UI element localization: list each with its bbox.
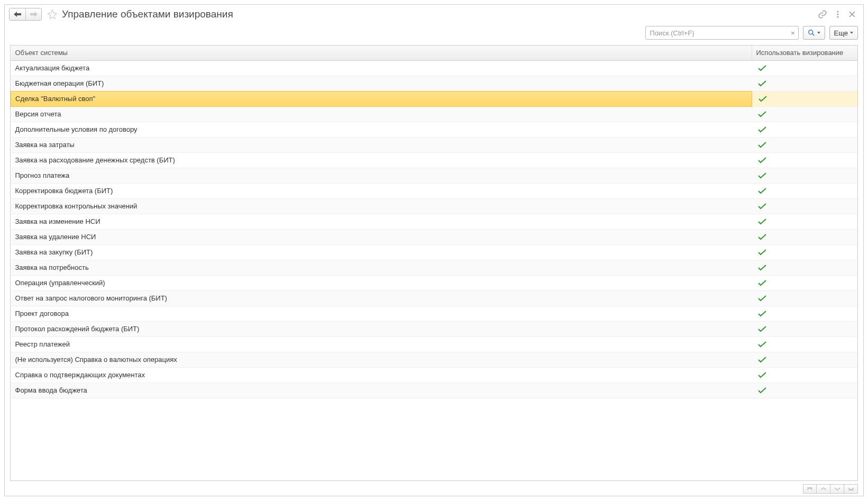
check-icon xyxy=(758,265,853,271)
search-clear-icon[interactable]: × xyxy=(791,29,795,37)
search-input[interactable] xyxy=(646,26,798,39)
cell-use-flag[interactable] xyxy=(752,152,857,168)
cell-use-flag[interactable] xyxy=(752,260,857,275)
check-icon xyxy=(758,157,853,163)
table-row[interactable]: Заявка на изменение НСИ xyxy=(11,214,858,229)
table-row[interactable]: Протокол расхождений бюджета (БИТ) xyxy=(11,321,858,337)
table-row[interactable]: Заявка на расходование денежных средств … xyxy=(11,152,858,168)
table-row[interactable]: Актуализация бюджета xyxy=(11,60,858,76)
table-row[interactable]: Реестр платежей xyxy=(11,337,858,352)
title-icons xyxy=(818,10,859,19)
table-row[interactable]: Сделка "Валютный своп" xyxy=(11,91,858,106)
cell-use-flag[interactable] xyxy=(752,76,857,91)
search-button[interactable] xyxy=(803,26,825,40)
cell-object-name: Сделка "Валютный своп" xyxy=(11,91,752,106)
cell-use-flag[interactable] xyxy=(752,137,857,152)
cell-use-flag[interactable] xyxy=(752,122,857,137)
table-row[interactable]: (Не используется) Справка о валютных опе… xyxy=(11,352,858,367)
check-icon xyxy=(758,357,853,363)
cell-object-name: Заявка на затраты xyxy=(11,137,752,152)
dropdown-caret-icon xyxy=(817,32,820,34)
cell-object-name: Актуализация бюджета xyxy=(11,60,752,76)
check-icon xyxy=(758,295,853,302)
cell-use-flag[interactable] xyxy=(752,229,857,244)
check-icon xyxy=(758,142,853,148)
svg-point-0 xyxy=(837,11,839,13)
check-icon xyxy=(758,326,853,332)
col-header-object[interactable]: Объект системы xyxy=(11,46,752,60)
table-header-row: Объект системы Использовать визирование xyxy=(11,46,858,60)
check-icon xyxy=(758,111,853,117)
cell-use-flag[interactable] xyxy=(752,60,857,76)
cell-use-flag[interactable] xyxy=(752,275,857,290)
cell-object-name: Заявка на расходование денежных средств … xyxy=(11,152,752,168)
cell-object-name: Бюджетная операция (БИТ) xyxy=(11,76,752,91)
favorite-star-icon[interactable] xyxy=(45,9,59,20)
cell-use-flag[interactable] xyxy=(752,214,857,229)
check-icon xyxy=(758,65,853,71)
cell-object-name: Версия отчета xyxy=(11,106,752,122)
table-row[interactable]: Корректировка бюджета (БИТ) xyxy=(11,183,858,198)
table-row[interactable]: Справка о подтверждающих документах xyxy=(11,367,858,383)
cell-object-name: Проект договора xyxy=(11,306,752,321)
scroll-top-button[interactable] xyxy=(803,484,817,494)
cell-use-flag[interactable] xyxy=(752,306,857,321)
cell-use-flag[interactable] xyxy=(752,383,857,398)
cell-object-name: Протокол расхождений бюджета (БИТ) xyxy=(11,321,752,337)
scroll-down-button[interactable] xyxy=(830,484,844,494)
check-icon xyxy=(758,341,853,348)
cell-object-name: Заявка на изменение НСИ xyxy=(11,214,752,229)
check-icon xyxy=(758,372,853,378)
cell-object-name: Форма ввода бюджета xyxy=(11,383,752,398)
table-wrap: Объект системы Использовать визирование … xyxy=(10,45,858,481)
cell-use-flag[interactable] xyxy=(752,337,857,352)
svg-point-3 xyxy=(808,30,812,34)
table-row[interactable]: Прогноз платежа xyxy=(11,168,858,183)
cell-use-flag[interactable] xyxy=(752,367,857,383)
table-row[interactable]: Заявка на затраты xyxy=(11,137,858,152)
check-icon xyxy=(758,280,853,286)
scroll-bottom-button[interactable] xyxy=(844,484,858,494)
scroll-up-button[interactable] xyxy=(817,484,830,494)
cell-use-flag[interactable] xyxy=(752,352,857,367)
table-row[interactable]: Форма ввода бюджета xyxy=(11,383,858,398)
table-row[interactable]: Версия отчета xyxy=(11,106,858,122)
cell-object-name: Заявка на потребность xyxy=(11,260,752,275)
nav-group xyxy=(9,8,42,21)
back-button[interactable] xyxy=(10,8,25,20)
cell-use-flag[interactable] xyxy=(752,91,857,106)
check-icon xyxy=(758,387,853,394)
cell-use-flag[interactable] xyxy=(752,106,857,122)
table-row[interactable]: Проект договора xyxy=(11,306,858,321)
cell-object-name: Справка о подтверждающих документах xyxy=(11,367,752,383)
dropdown-caret-icon xyxy=(850,32,853,34)
cell-use-flag[interactable] xyxy=(752,244,857,260)
more-button[interactable]: Еще xyxy=(829,26,858,40)
cell-use-flag[interactable] xyxy=(752,183,857,198)
cell-use-flag[interactable] xyxy=(752,198,857,214)
table-row[interactable]: Заявка на потребность xyxy=(11,260,858,275)
cell-object-name: Заявка на удаление НСИ xyxy=(11,229,752,244)
kebab-menu-icon[interactable] xyxy=(834,10,842,19)
cell-object-name: (Не используется) Справка о валютных опе… xyxy=(11,352,752,367)
cell-use-flag[interactable] xyxy=(752,290,857,306)
table-row[interactable]: Заявка на закупку (БИТ) xyxy=(11,244,858,260)
cell-object-name: Дополнительные условия по договору xyxy=(11,122,752,137)
cell-use-flag[interactable] xyxy=(752,321,857,337)
table-row[interactable]: Ответ на запрос налогового мониторинга (… xyxy=(11,290,858,306)
check-icon xyxy=(758,80,853,87)
table-row[interactable]: Заявка на удаление НСИ xyxy=(11,229,858,244)
forward-button[interactable] xyxy=(25,8,41,20)
cell-object-name: Корректировка контрольных значений xyxy=(11,198,752,214)
table-row[interactable]: Дополнительные условия по договору xyxy=(11,122,858,137)
col-header-use[interactable]: Использовать визирование xyxy=(752,46,857,60)
cell-use-flag[interactable] xyxy=(752,168,857,183)
svg-point-2 xyxy=(837,16,839,18)
toolbar: × Еще xyxy=(5,25,863,45)
table-row[interactable]: Бюджетная операция (БИТ) xyxy=(11,76,858,91)
link-icon[interactable] xyxy=(818,10,827,19)
table-row[interactable]: Операция (управленческий) xyxy=(11,275,858,290)
table-row[interactable]: Корректировка контрольных значений xyxy=(11,198,858,214)
close-icon[interactable] xyxy=(848,11,856,18)
objects-table[interactable]: Объект системы Использовать визирование … xyxy=(11,46,857,398)
